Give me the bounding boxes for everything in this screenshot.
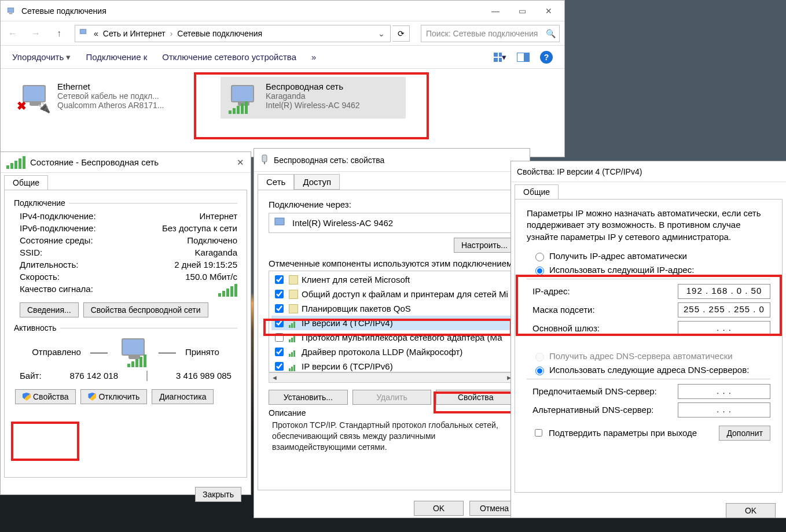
- scroll-left-icon[interactable]: ◄: [271, 374, 278, 381]
- svg-rect-4: [499, 53, 502, 57]
- details-button[interactable]: Сведения...: [20, 302, 79, 317]
- component-item[interactable]: IP версии 6 (TCP/IPv6): [271, 359, 512, 372]
- network-folder-icon: [6, 6, 17, 16]
- minimize-button[interactable]: —: [482, 1, 509, 21]
- shield-icon: [88, 393, 96, 401]
- auto-ip-label: Получить IP-адрес автоматически: [549, 251, 687, 261]
- component-checkbox[interactable]: [275, 362, 284, 371]
- toolbar-connect[interactable]: Подключение к: [86, 52, 147, 62]
- crumb-network[interactable]: Сеть и Интернет: [103, 29, 166, 38]
- component-item[interactable]: Общий доступ к файлам и принтерам для се…: [271, 287, 512, 301]
- component-item[interactable]: Протокол мультиплексора сетевого адаптер…: [271, 330, 512, 345]
- toolbar: Упорядочить Подключение к Отключение сет…: [1, 46, 564, 69]
- address-bar[interactable]: « Сеть и Интернет › Сетевые подключения …: [75, 25, 391, 42]
- components-listbox[interactable]: Клиент для сетей MicrosoftОбщий доступ к…: [269, 271, 515, 372]
- validate-checkbox[interactable]: [535, 429, 542, 437]
- svg-rect-8: [524, 53, 530, 62]
- ok-button[interactable]: OK: [414, 501, 464, 516]
- component-checkbox[interactable]: [275, 290, 284, 298]
- cable-icon: 🔌: [38, 101, 50, 114]
- tab-general[interactable]: Общие: [4, 175, 48, 190]
- search-input[interactable]: Поиск: Сетевые подключения 🔍: [421, 25, 560, 42]
- close-button[interactable]: ✕: [232, 154, 248, 171]
- preferred-dns-input[interactable]: . . .: [678, 384, 770, 399]
- ip-address-input[interactable]: 192 . 168 . 0 . 50: [678, 284, 770, 299]
- ok-button[interactable]: OK: [726, 503, 776, 518]
- help-icon[interactable]: ?: [540, 51, 553, 64]
- component-checkbox[interactable]: [275, 333, 284, 342]
- up-icon[interactable]: ↑: [52, 26, 67, 41]
- ipv6-value: Без доступа к сети: [162, 223, 237, 233]
- install-button[interactable]: Установить...: [269, 390, 348, 405]
- tab-network[interactable]: Сеть: [258, 174, 294, 190]
- speed-value: 150.0 Мбит/с: [185, 272, 237, 282]
- media-label: Состояние среды:: [20, 235, 93, 245]
- gateway-input[interactable]: . . .: [678, 321, 770, 336]
- horizontal-scrollbar[interactable]: ◄►: [269, 372, 515, 383]
- dash: ——: [90, 347, 108, 357]
- service-icon: [289, 290, 298, 299]
- chevron-down-icon[interactable]: ⌄: [376, 29, 387, 38]
- titlebar: Беспроводная сеть: свойства: [254, 149, 530, 172]
- manual-ip-radio[interactable]: [535, 267, 544, 275]
- component-item[interactable]: IP версии 4 (TCP/IPv4): [271, 316, 512, 330]
- nav-bar: ← → ↑ « Сеть и Интернет › Сетевые подклю…: [1, 21, 564, 46]
- refresh-icon[interactable]: ⟳: [392, 25, 410, 42]
- component-checkbox[interactable]: [275, 319, 284, 327]
- component-checkbox[interactable]: [275, 348, 284, 356]
- toolbar-more[interactable]: »: [311, 52, 316, 62]
- tab-general[interactable]: Общие: [515, 184, 559, 199]
- item-adapter: Intel(R) Wireless-AC 9462: [266, 101, 360, 110]
- remove-button[interactable]: Удалить: [352, 390, 432, 405]
- close-dialog-button[interactable]: Закрыть: [195, 487, 241, 502]
- toolbar-arrange[interactable]: Упорядочить: [12, 52, 71, 62]
- manual-dns-radio[interactable]: [535, 367, 544, 375]
- svg-rect-2: [80, 29, 86, 34]
- component-item[interactable]: Драйвер протокола LLDP (Майкрософт): [271, 345, 512, 359]
- maximize-button[interactable]: ▭: [509, 1, 535, 21]
- subnet-mask-label: Маска подсети:: [532, 305, 595, 315]
- back-icon[interactable]: ←: [5, 26, 20, 41]
- forward-icon[interactable]: →: [28, 26, 43, 41]
- component-checkbox[interactable]: [275, 275, 284, 284]
- search-icon: 🔍: [546, 29, 556, 38]
- wifi-connection-item[interactable]: Беспроводная сеть Karaganda Intel(R) Wir…: [221, 77, 406, 119]
- preview-pane-icon[interactable]: [517, 51, 530, 64]
- sent-label: Отправлено: [32, 347, 81, 357]
- ethernet-connection-item[interactable]: ✖ 🔌 Ethernet Сетевой кабель не подкл... …: [12, 77, 197, 119]
- component-checkbox[interactable]: [275, 304, 284, 313]
- view-mode-icon[interactable]: ▾: [494, 51, 506, 64]
- diagnose-button[interactable]: Диагностика: [152, 389, 214, 404]
- disable-button[interactable]: Отключить: [80, 389, 147, 404]
- alternate-dns-input[interactable]: . . .: [678, 402, 770, 418]
- component-item[interactable]: Клиент для сетей Microsoft: [271, 272, 512, 287]
- network-folder-icon: [79, 27, 89, 39]
- advanced-button[interactable]: Дополнит: [719, 426, 770, 441]
- service-icon: [289, 304, 298, 313]
- auto-ip-radio[interactable]: [535, 253, 544, 261]
- disconnected-x-icon: ✖: [17, 99, 27, 113]
- close-button[interactable]: ✕: [535, 1, 562, 21]
- toolbar-disable[interactable]: Отключение сетевого устройства: [162, 52, 296, 62]
- dash: ——: [159, 347, 176, 357]
- properties-button[interactable]: Свойства: [15, 389, 76, 404]
- group-connection-label: Подключение: [14, 198, 65, 208]
- bytes-label: Байт:: [20, 371, 42, 381]
- component-label: Клиент для сетей Microsoft: [302, 275, 410, 285]
- wireless-properties-button[interactable]: Свойства беспроводной сети: [83, 302, 208, 317]
- component-item[interactable]: Планировщик пакетов QoS: [271, 301, 512, 316]
- component-label: Общий доступ к файлам и принтерам для се…: [302, 289, 508, 299]
- component-properties-button[interactable]: Свойства: [436, 390, 515, 405]
- signal-label: Качество сигнала:: [20, 284, 93, 297]
- svg-rect-0: [8, 8, 14, 12]
- tab-access[interactable]: Доступ: [294, 174, 340, 190]
- search-placeholder: Поиск: Сетевые подключения: [426, 29, 538, 38]
- configure-button[interactable]: Настроить...: [454, 238, 515, 253]
- subnet-mask-input[interactable]: 255 . 255 . 255 . 0: [678, 302, 770, 317]
- component-label: IP версии 6 (TCP/IPv6): [302, 361, 393, 371]
- wifi-signal-icon: [229, 101, 248, 114]
- svg-rect-6: [499, 58, 502, 62]
- window-title: Сетевые подключения: [21, 6, 106, 16]
- crumb-connections[interactable]: Сетевые подключения: [177, 29, 262, 38]
- titlebar: Сетевые подключения — ▭ ✕: [1, 1, 564, 21]
